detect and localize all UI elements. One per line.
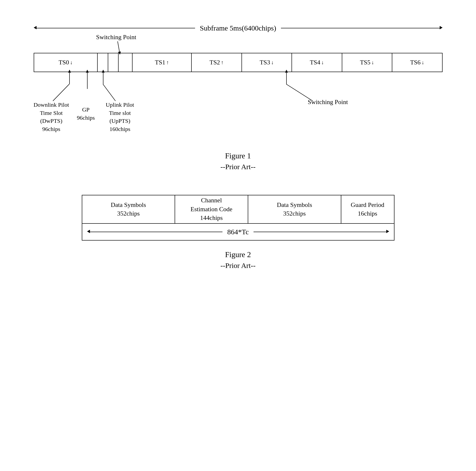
ts6-label: TS6 — [410, 59, 420, 66]
timeslot-bar: TS0 ↓ TS1 ↑ TS2 ↑ TS3 ↓ TS4 ↓ — [34, 53, 442, 72]
tc-arrow-line-right — [254, 232, 386, 232]
ts5-label: TS5 — [360, 59, 370, 66]
tc-arrow: 864*Tc — [82, 228, 394, 236]
ts0-direction: ↓ — [70, 59, 73, 65]
ts1-label: TS1 — [155, 59, 165, 66]
ts6-direction: ↓ — [421, 59, 424, 65]
tc-row: 864*Tc — [82, 224, 394, 241]
subframe-arrow: Subframe 5ms(6400chips) — [34, 24, 442, 32]
timeslot-bar2: Data Symbols352chips ChannelEstimation C… — [82, 195, 394, 224]
sp-right-svg — [34, 72, 442, 144]
ts4-label: TS4 — [310, 59, 320, 66]
switching-point-top-label: Switching Point — [96, 34, 136, 41]
ts-cell-ts1: TS1 ↑ — [133, 53, 192, 72]
ts2-cell-guard: Guard Period16chips — [341, 195, 394, 223]
figure2-caption: Figure 2 — [82, 250, 394, 259]
figure1-caption: Figure 1 — [34, 151, 442, 160]
tc-arrow-line-left — [90, 232, 222, 232]
ts-cell-ts6: TS6 ↓ — [392, 53, 442, 72]
ts2-cell-cec: ChannelEstimation Code144chips — [175, 195, 248, 223]
ts-cell-ts2: TS2 ↑ — [192, 53, 242, 72]
tc-arrow-right — [386, 230, 389, 234]
ts2-cell-data2: Data Symbols352chips — [248, 195, 341, 223]
ts-cell-ts0: TS0 ↓ — [34, 53, 98, 72]
ts-cell-ts5: TS5 ↓ — [342, 53, 392, 72]
figure1-prior-art: --Prior Art-- — [34, 163, 442, 171]
subframe-arrow-line-right — [281, 28, 440, 28]
ts-cell-dwpts — [98, 53, 108, 72]
figure2-prior-art: --Prior Art-- — [82, 261, 394, 270]
subframe-arrow-left — [34, 26, 36, 30]
ts4-direction: ↓ — [321, 59, 324, 65]
subframe-label: Subframe 5ms(6400chips) — [195, 24, 281, 32]
ts3-direction: ↓ — [271, 59, 274, 65]
subframe-arrow-line-left — [36, 28, 195, 28]
ts3-label: TS3 — [260, 59, 270, 66]
figure1: Subframe 5ms(6400chips) Switching Point … — [34, 24, 442, 171]
ts-cell-ts3: TS3 ↓ — [242, 53, 292, 72]
ts5-direction: ↓ — [371, 59, 374, 65]
ts2-label: TS2 — [209, 59, 220, 66]
ts1-direction: ↑ — [166, 59, 169, 65]
tc-arrow-left — [87, 230, 90, 234]
tc-label: 864*Tc — [222, 228, 254, 236]
switching-point-top-arrow — [117, 41, 120, 52]
ts0-label: TS0 — [59, 59, 69, 66]
ts-cell-ts4: TS4 ↓ — [292, 53, 342, 72]
switching-point-right-label: Switching Point — [308, 98, 348, 106]
annotations-area: Downlink PilotTime Slot(DwPTS)96chips GP… — [34, 72, 442, 144]
subframe-arrow-right — [440, 26, 442, 30]
ts2-cell-data1: Data Symbols352chips — [82, 195, 175, 223]
ts2-direction: ↑ — [221, 59, 224, 65]
figure2: Data Symbols352chips ChannelEstimation C… — [82, 195, 394, 270]
ts-cell-gp — [108, 53, 119, 72]
subframe-row: Subframe 5ms(6400chips) — [34, 24, 442, 32]
ts-cell-upts — [119, 53, 133, 72]
